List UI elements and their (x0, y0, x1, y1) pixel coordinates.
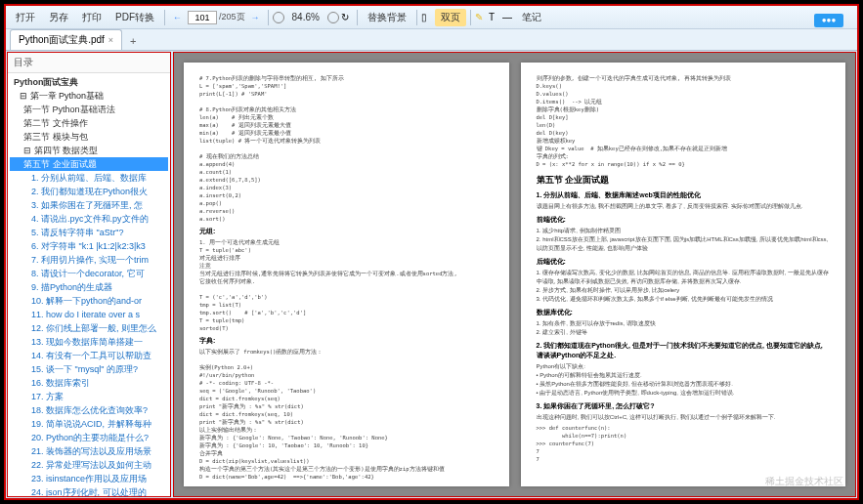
toolbar: 打开 另存 打印 PDF转换 ← /205页 → 84.6% ↻ 替换背景 ▯ … (6, 6, 857, 29)
code-block: 1. 用一个可迭代对象生成元组 T = tuple('abc') 对元组进行排序… (199, 238, 494, 332)
pdf-page-left: # 7.Python列表的删除与字符串转型的相互, 如下所示 L = ['spa… (184, 63, 509, 486)
bg-button[interactable]: 替换背景 (362, 9, 412, 26)
tree-section[interactable]: 第二节 文件操作 (10, 116, 168, 130)
tree-section[interactable]: 第三节 模块与包 (10, 130, 168, 144)
watermark: 稀土掘金技术社区 (765, 475, 843, 488)
zoom-out-icon[interactable] (273, 12, 284, 23)
page-total: /205页 (219, 11, 245, 23)
tree-section[interactable]: 第一节 Python基础语法 (10, 103, 168, 116)
tree-leaf[interactable]: 5. 请反转字符串 "aStr"? (10, 226, 168, 239)
section-heading: 元组: (199, 227, 494, 236)
note-button[interactable]: 笔记 (516, 9, 547, 26)
body-text: 出现这种问题时, 我们可以按Ctrl+C, 这样可以打断执行, 我们以通过一个例… (537, 413, 831, 422)
body-text: 1. 缓存存储读写次数高, 变化少的数据, 比如网站首页的信息, 商品的信息等.… (537, 269, 831, 304)
tree-root[interactable]: Python面试宝典 (10, 75, 168, 89)
tree-leaf[interactable]: 10. 解释一下python的and-or (10, 294, 168, 308)
dual-page-button[interactable]: 双页 (435, 9, 466, 26)
question-heading: 2. 我们都知道现在Python很火, 但是对于一门技术我们不光要知道它的优点,… (537, 341, 831, 360)
body-text: 该题目网上有很多方法, 我不想截图网上的单文字, 看多了, 反而变得摸索容. 实… (537, 202, 831, 211)
zoom-value[interactable]: 84.6% (286, 10, 325, 24)
tree-leaf[interactable]: 9. 描Python的生成器 (10, 280, 168, 294)
tree-leaf[interactable]: 16. 数据库索引 (10, 376, 168, 390)
tree-leaf[interactable]: 14. 有没有一个工具可以帮助查 (10, 349, 168, 362)
sub-heading: 后端优化: (537, 257, 831, 267)
print-button[interactable]: 打印 (76, 9, 108, 26)
tree-section-active[interactable]: 第五节 企业面试题 (10, 157, 168, 171)
open-button[interactable]: 打开 (10, 9, 41, 26)
sub-heading: 数据库优化: (537, 308, 831, 317)
highlight-icon[interactable]: ✎ (475, 12, 487, 23)
tree-leaf[interactable]: 6. 对字符串 "k:1 |k1:2|k2:3|k3 (10, 239, 168, 253)
tree-leaf[interactable]: 1. 分别从前端、后端、数据库 (10, 171, 168, 185)
body-text: Python有以下缺点: • Python的可解释特征会拖累其运行速度. • 虽… (537, 362, 831, 398)
zoom-in-icon[interactable] (327, 12, 339, 23)
credit-badge: ●●● (814, 14, 843, 27)
code-block: 则序列的参数, 创建一个可迭代的字典生成可迭代对象, 再将其转换为列表 D.ke… (537, 74, 831, 168)
tree-leaf[interactable]: 11. how do I iterate over a s (10, 308, 168, 321)
code-block: >>> def counterfunc(n): while(n==7):prin… (537, 424, 831, 463)
tree-leaf[interactable]: 8. 请设计一个decorator, 它可 (10, 267, 168, 280)
tree-leaf[interactable]: 15. 谈一下 "mysql" 的原理? (10, 362, 168, 376)
section-heading: 字典: (199, 336, 494, 346)
close-icon[interactable]: × (108, 35, 113, 45)
tree-leaf[interactable]: 4. 请说出.pyc文件和.py文件的 (10, 212, 168, 226)
tree-chapter[interactable]: ⊟ 第一章 Python基础 (10, 89, 168, 103)
new-tab-button[interactable]: + (122, 32, 144, 50)
tree-leaf[interactable]: 13. 现如今数据库简单搭建一 (10, 335, 168, 349)
tree-leaf[interactable]: 12. 你们线上部署一般, 则里怎么 (10, 321, 168, 335)
rotate-icon[interactable]: ↻ (341, 12, 353, 23)
page-nav: ← /205页 → (169, 11, 264, 24)
tree-leaf[interactable]: 2. 我们都知道现在Python很火 (10, 185, 168, 198)
tree-leaf[interactable]: 7. 利用切片操作, 实现一个trim (10, 253, 168, 267)
sub-heading: 前端优化: (537, 215, 831, 225)
tree-leaf[interactable]: 18. 数据库怎么优化查询效率? (10, 403, 168, 417)
tree-leaf[interactable]: 23. isinstance作用以及应用场 (10, 472, 168, 485)
tree-leaf[interactable]: 17. 方案 (10, 390, 168, 403)
tree-section[interactable]: ⊟ 第四节 数据类型 (10, 144, 168, 157)
page-input[interactable] (188, 11, 217, 24)
tree-leaf[interactable]: 3. 如果你困在了死循环里, 怎 (10, 198, 168, 212)
question-heading: 3. 如果你困在了死循环里, 怎么打破它? (537, 401, 831, 411)
chapter-heading: 第五节 企业面试题 (537, 174, 831, 187)
tree-leaf[interactable]: 24. json序列化时, 可以处理的 (10, 485, 168, 496)
text-icon[interactable]: T (489, 12, 500, 23)
question-heading: 1. 分别从前端、后端、数据库阐述web项目的性能优化 (537, 190, 831, 200)
body-text: 1. 如有条件, 数据可以存放于redis, 谓取速度快 2. 建立索引, 外键… (537, 319, 831, 337)
tab-document[interactable]: Python面试宝典.pdf × (10, 29, 122, 50)
tab-bar: Python面试宝典.pdf × + (6, 29, 857, 51)
tree-leaf[interactable]: 20. Python的主要功能是什么? (10, 431, 168, 444)
pdf-convert-button[interactable]: PDF转换 (109, 9, 160, 26)
code-block: # 7.Python列表的删除与字符串转型的相互, 如下所示 L = ['spa… (199, 74, 494, 223)
outline-header: 目录 (8, 53, 170, 73)
tree-leaf[interactable]: 19. 简单说说ACID, 并解释每种 (10, 417, 168, 431)
next-page-icon[interactable]: → (247, 13, 264, 22)
underline-icon[interactable]: — (502, 12, 514, 23)
save-button[interactable]: 另存 (43, 9, 74, 26)
code-block: 以下实例展示了 fromkeys()函数的应用方法： 实例(Python 2.0… (199, 348, 494, 481)
tab-title: Python面试宝典.pdf (19, 33, 105, 47)
outline-tree[interactable]: Python面试宝典 ⊟ 第一章 Python基础 第一节 Python基础语法… (8, 73, 170, 496)
pdf-page-right: 则序列的参数, 创建一个可迭代的字典生成可迭代对象, 再将其转换为列表 D.ke… (521, 63, 846, 486)
tree-leaf[interactable]: 21. 装饰器的写法以及应用场景 (10, 444, 168, 458)
tree-leaf[interactable]: 22. 异常处理写法以及如何主动 (10, 458, 168, 472)
body-text: 1. 减少http请求, 例如制作精灵图 2. html和CSS放在页面上部, … (537, 227, 831, 253)
page-viewport[interactable]: # 7.Python列表的删除与字符串转型的相互, 如下所示 L = ['spa… (173, 52, 856, 497)
single-page-icon[interactable]: ▯ (421, 12, 433, 23)
prev-page-icon[interactable]: ← (169, 13, 186, 22)
outline-sidebar: 目录 Python面试宝典 ⊟ 第一章 Python基础 第一节 Python基… (7, 52, 171, 497)
